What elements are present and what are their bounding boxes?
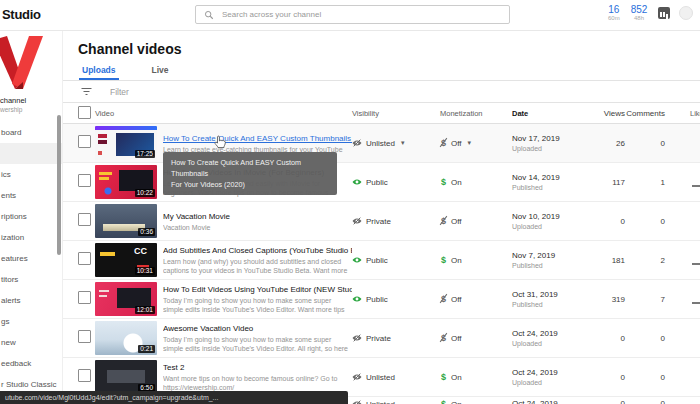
- filter-bar[interactable]: [62, 81, 700, 103]
- table-row[interactable]: 12:01 How To Edit Videos Using YouTube E…: [62, 280, 700, 319]
- monetization-value[interactable]: On: [451, 256, 462, 265]
- sidebar: channel wership boardicsentsriptionsizat…: [0, 30, 63, 404]
- video-title-link[interactable]: How To Create Quick And EASY Custom Thum…: [163, 133, 352, 144]
- views-value: 319: [597, 295, 625, 304]
- sidebar-item[interactable]: board: [0, 122, 62, 143]
- visibility-value[interactable]: Public: [366, 178, 388, 187]
- visibility-value[interactable]: Unlisted: [366, 373, 395, 382]
- sidebar-item[interactable]: eatures: [0, 248, 62, 269]
- monetization-value[interactable]: On: [451, 400, 462, 404]
- hand-cursor-icon: [213, 135, 226, 151]
- video-thumbnail[interactable]: 17:25: [95, 126, 157, 160]
- select-all-checkbox[interactable]: [78, 106, 91, 119]
- video-thumbnail[interactable]: 6:50: [95, 360, 157, 394]
- monetization-value[interactable]: Off: [451, 295, 462, 304]
- row-checkbox[interactable]: [78, 213, 91, 226]
- date-value: Oct 24, 2019: [512, 399, 597, 404]
- video-thumbnail[interactable]: 10:22: [95, 165, 157, 199]
- date-status: Published: [512, 300, 597, 309]
- video-title-link[interactable]: Awesome Vacation Video: [163, 323, 253, 334]
- caret-down-icon[interactable]: ▾: [401, 139, 405, 147]
- table-row[interactable]: 10:22 How To Edit Videos In iMovie (For …: [62, 163, 700, 202]
- sidebar-item[interactable]: ics: [0, 164, 62, 185]
- monetization-value[interactable]: On: [451, 373, 462, 382]
- monetization-value[interactable]: On: [451, 178, 462, 187]
- row-checkbox[interactable]: [78, 252, 91, 265]
- header-views[interactable]: Views: [597, 109, 625, 118]
- your-channel-label: channel: [0, 96, 26, 105]
- row-checkbox[interactable]: [78, 135, 91, 148]
- search-box[interactable]: [195, 5, 510, 24]
- top-bar: Studio 16 60m 852 48h: [0, 0, 700, 31]
- visibility-value[interactable]: Private: [366, 334, 391, 343]
- video-thumbnail[interactable]: 0:21: [95, 321, 157, 355]
- row-checkbox[interactable]: [78, 174, 91, 187]
- account-avatar[interactable]: [679, 6, 693, 20]
- sidebar-scrollbar[interactable]: [57, 115, 61, 255]
- table-header-row: Video Visibility Monetization Date Views…: [62, 103, 700, 124]
- date-value: Oct 24, 2019: [512, 329, 597, 339]
- sidebar-item[interactable]: gs: [0, 311, 62, 332]
- analytics-extension-icon[interactable]: [658, 7, 670, 19]
- visibility-icon: [352, 216, 362, 226]
- visibility-value[interactable]: Public: [366, 256, 388, 265]
- header-date[interactable]: Date: [512, 109, 597, 118]
- row-checkbox[interactable]: [78, 330, 91, 343]
- video-description: Learn how (and why) you should add subti…: [163, 257, 352, 275]
- video-thumbnail[interactable]: 12:01: [95, 282, 157, 316]
- video-thumbnail[interactable]: 10:31: [95, 243, 157, 277]
- row-checkbox[interactable]: [78, 369, 91, 382]
- table-row[interactable]: 17:25 How To Create Quick And EASY Custo…: [62, 124, 700, 163]
- stat-label: 48h: [631, 15, 648, 22]
- header-monetization[interactable]: Monetization: [440, 109, 512, 118]
- channel-quick-stats[interactable]: 16 60m 852 48h: [608, 4, 647, 22]
- stat-value: 16: [608, 4, 620, 15]
- stat-label: 60m: [608, 15, 620, 22]
- visibility-icon: [352, 372, 362, 382]
- views-value: 26: [597, 139, 625, 148]
- caret-down-icon[interactable]: ▾: [468, 139, 472, 147]
- filter-input[interactable]: [108, 86, 312, 98]
- sidebar-item[interactable]: alerts: [0, 290, 62, 311]
- video-title-link[interactable]: Test 2: [163, 362, 184, 373]
- comments-value: 2: [625, 256, 665, 265]
- sidebar-item[interactable]: riptions: [0, 206, 62, 227]
- monetization-icon: $: [440, 216, 447, 226]
- sidebar-item[interactable]: titors: [0, 269, 62, 290]
- studio-logo[interactable]: Studio: [2, 7, 41, 22]
- row-checkbox[interactable]: [78, 291, 91, 304]
- sidebar-item[interactable]: eedback: [0, 353, 62, 374]
- video-title-link[interactable]: Add Subtitles And Closed Captions (YouTu…: [163, 245, 352, 256]
- monetization-value[interactable]: Off: [451, 217, 462, 226]
- sidebar-item[interactable]: ization: [0, 227, 62, 248]
- video-title-link[interactable]: My Vacation Movie: [163, 211, 230, 222]
- date-status: Uploaded: [512, 378, 597, 387]
- duration-badge: 12:01: [135, 306, 155, 314]
- monetization-icon: $: [440, 138, 447, 148]
- video-thumbnail[interactable]: 0:36: [95, 204, 157, 238]
- duration-badge: 0:36: [138, 228, 155, 236]
- monetization-value[interactable]: Off: [451, 334, 462, 343]
- monetization-value[interactable]: Off: [451, 139, 462, 148]
- date-status: Uploaded: [512, 144, 597, 153]
- sidebar-item[interactable]: ents: [0, 185, 62, 206]
- visibility-value[interactable]: Private: [366, 217, 391, 226]
- sidebar-item[interactable]: new: [0, 332, 62, 353]
- table-row[interactable]: 0:21 Awesome Vacation Video ⋮ Today I'm …: [62, 319, 700, 358]
- channel-logo[interactable]: [0, 36, 44, 92]
- header-likes[interactable]: Likes: [665, 109, 700, 118]
- table-row[interactable]: 0:36 My Vacation Movie ⋮ Vacation Movie …: [62, 202, 700, 241]
- header-visibility[interactable]: Visibility: [352, 109, 440, 118]
- video-title-link[interactable]: How To Edit Videos Using YouTube Editor …: [163, 284, 352, 295]
- table-row[interactable]: 10:31 Add Subtitles And Closed Captions …: [62, 241, 700, 280]
- search-input[interactable]: [220, 9, 509, 20]
- duration-badge: 10:31: [135, 267, 155, 275]
- visibility-value[interactable]: Unlisted: [366, 400, 395, 404]
- header-video[interactable]: Video: [95, 109, 352, 118]
- tab-uploads[interactable]: Uploads: [79, 60, 119, 80]
- visibility-value[interactable]: Public: [366, 295, 388, 304]
- header-comments[interactable]: Comments: [625, 109, 665, 118]
- sidebar-item[interactable]: [0, 143, 62, 164]
- tab-live[interactable]: Live: [149, 60, 172, 80]
- visibility-value[interactable]: Unlisted: [366, 139, 395, 148]
